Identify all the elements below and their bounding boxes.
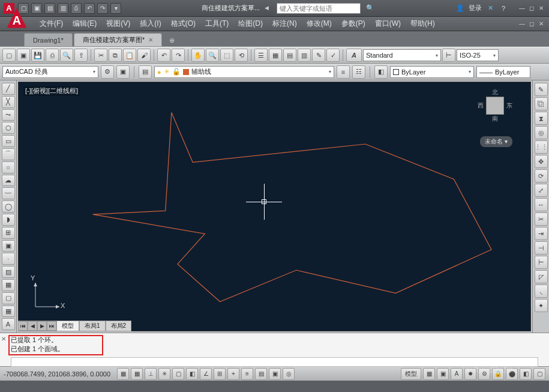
tb-zoom-rt-icon[interactable]: 🔍 xyxy=(206,49,219,62)
tb-qcalc-icon[interactable]: ✓ xyxy=(326,49,340,62)
tb-pan-icon[interactable]: ✋ xyxy=(191,49,205,62)
open-icon[interactable]: ▣ xyxy=(31,3,42,14)
move-icon[interactable]: ✥ xyxy=(535,155,548,168)
viewcube-north[interactable]: 北 xyxy=(478,88,512,97)
ellipse-icon[interactable]: ◯ xyxy=(2,201,15,213)
layer-state-icon[interactable]: ☷ xyxy=(352,65,365,79)
tb-save-icon[interactable]: 💾 xyxy=(31,49,44,62)
menu-insert[interactable]: 插入(I) xyxy=(135,17,166,31)
viewcube-west[interactable]: 西 xyxy=(478,101,484,110)
color-control-icon[interactable]: ◧ xyxy=(374,65,388,79)
tb-design-center-icon[interactable]: ▦ xyxy=(269,49,282,62)
array-icon[interactable]: ⋮⋮ xyxy=(535,140,548,154)
chamfer-icon[interactable]: ◸ xyxy=(535,270,548,283)
tb-new-icon[interactable]: ▢ xyxy=(2,49,16,62)
tb-print-icon[interactable]: ⎙ xyxy=(46,49,59,62)
line-icon[interactable]: ╱ xyxy=(2,83,15,95)
lt-prev-icon[interactable]: ◀ xyxy=(28,321,37,331)
sb-annoscale-icon[interactable]: A xyxy=(451,368,463,380)
viewport-label[interactable]: [-][俯视][二维线框] xyxy=(23,86,80,96)
undo-icon[interactable]: ↶ xyxy=(84,3,95,14)
search-icon[interactable]: 🔍 xyxy=(365,4,375,13)
fillet-icon[interactable]: ◟ xyxy=(535,285,548,298)
region-icon[interactable]: ▢ xyxy=(2,292,15,304)
trim-icon[interactable]: ✂ xyxy=(535,213,548,226)
menu-window[interactable]: 窗口(W) xyxy=(370,17,406,31)
ellipse-arc-icon[interactable]: ◗ xyxy=(2,214,15,226)
view-unnamed-badge[interactable]: 未命名 ▾ xyxy=(480,136,512,147)
scale-icon[interactable]: ⤢ xyxy=(535,184,548,197)
rotate-icon[interactable]: ⟳ xyxy=(535,169,548,182)
color-combo[interactable]: ByLayer ▾ xyxy=(390,66,474,78)
offset-icon[interactable]: ◎ xyxy=(535,126,548,139)
menu-draw[interactable]: 绘图(D) xyxy=(233,17,268,31)
layer-combo[interactable]: ● ☀ 🔓 辅助线 ▾ xyxy=(154,66,334,78)
sb-dyn-icon[interactable]: + xyxy=(227,368,239,380)
insert-block-icon[interactable]: ⊞ xyxy=(2,227,15,239)
menu-file[interactable]: 文件(F) xyxy=(35,17,68,31)
close-icon[interactable]: ✕ xyxy=(537,4,545,13)
doc-close-icon[interactable]: ✕ xyxy=(537,20,545,28)
sb-annovis-icon[interactable]: ✹ xyxy=(464,368,476,380)
sb-lock-ui-icon[interactable]: 🔒 xyxy=(492,368,504,380)
explode-icon[interactable]: ✦ xyxy=(535,299,548,312)
extend-icon[interactable]: ⇥ xyxy=(535,227,548,240)
workspace-save-icon[interactable]: ▣ xyxy=(116,65,130,79)
join-icon[interactable]: ⊢ xyxy=(535,256,548,269)
tb-open-icon[interactable]: ▣ xyxy=(17,49,30,62)
sb-model-button[interactable]: 模型 xyxy=(401,368,421,380)
lt-next-icon[interactable]: ▶ xyxy=(37,321,47,331)
menu-format[interactable]: 格式(O) xyxy=(166,17,200,31)
tb-zoom-prev-icon[interactable]: ⟲ xyxy=(235,49,248,62)
tb-matchprop-icon[interactable]: 🖌 xyxy=(137,49,151,62)
coordinates-readout[interactable]: -708068.7499, 201068.3896, 0.0000 xyxy=(4,370,115,378)
viewcube[interactable]: 北 西 东 南 xyxy=(478,88,512,123)
workspace-combo[interactable]: AutoCAD 经典▾ xyxy=(2,66,98,78)
lt-first-icon[interactable]: ⏮ xyxy=(18,321,28,331)
layer-manager-icon[interactable]: ▤ xyxy=(139,65,152,79)
menu-help[interactable]: 帮助(H) xyxy=(406,17,440,31)
tb-cut-icon[interactable]: ✂ xyxy=(94,49,107,62)
maximize-icon[interactable]: ◻ xyxy=(527,4,536,13)
sb-polar-icon[interactable]: ✳ xyxy=(158,368,170,380)
layout-tab-model[interactable]: 模型 xyxy=(56,321,79,331)
save-icon[interactable]: ▤ xyxy=(44,3,55,14)
sb-quickview-dwg-icon[interactable]: ▣ xyxy=(437,368,449,380)
app-logo-large[interactable]: A xyxy=(4,5,30,31)
viewcube-east[interactable]: 东 xyxy=(506,101,512,110)
doc-restore-icon[interactable]: ◻ xyxy=(527,20,536,28)
circle-icon[interactable]: ○ xyxy=(2,161,15,173)
cmd-close-icon[interactable]: ✕ xyxy=(1,336,8,343)
qat-more-icon[interactable]: ▾ xyxy=(110,3,121,14)
layout-tab-layout1[interactable]: 布局1 xyxy=(79,321,106,331)
gradient-icon[interactable]: ▦ xyxy=(2,279,15,291)
mtext-icon[interactable]: A xyxy=(2,318,15,330)
doctab-shangzhu[interactable]: 商住楼建筑方案草图* ✕ xyxy=(74,33,162,46)
tb-tool-palettes-icon[interactable]: ▤ xyxy=(283,49,296,62)
drawing-canvas[interactable]: [-][俯视][二维线框] X Y 北 西 xyxy=(18,82,531,331)
sb-snap-icon[interactable]: ▦ xyxy=(117,368,129,380)
polygon-icon[interactable]: ⬡ xyxy=(2,122,15,134)
sb-lwt-icon[interactable]: ≡ xyxy=(241,368,253,380)
menu-tools[interactable]: 工具(T) xyxy=(200,17,233,31)
sb-isolate-icon[interactable]: ◧ xyxy=(520,368,532,380)
login-link[interactable]: 登录 xyxy=(469,4,482,13)
nav-prev-icon[interactable]: ◀ xyxy=(265,5,272,12)
rectangle-icon[interactable]: ▭ xyxy=(2,135,15,147)
lt-last-icon[interactable]: ⏭ xyxy=(47,321,56,331)
tb-redo-icon[interactable]: ↷ xyxy=(172,49,185,62)
menu-edit[interactable]: 编辑(E) xyxy=(68,17,101,31)
mirror-icon[interactable]: ⧗ xyxy=(535,112,548,125)
plot-icon[interactable]: ⎙ xyxy=(71,3,82,14)
doctab-close-icon[interactable]: ✕ xyxy=(148,37,153,43)
text-style-combo[interactable]: Standard▾ xyxy=(363,49,441,61)
redo-icon[interactable]: ↷ xyxy=(97,3,108,14)
exchange-icon[interactable]: ✕ xyxy=(485,4,495,13)
linetype-combo[interactable]: —— ByLayer xyxy=(476,66,530,78)
sb-qp-icon[interactable]: ▣ xyxy=(269,368,281,380)
doctab-drawing1[interactable]: Drawing1* xyxy=(24,33,73,46)
tb-dimstyle-icon[interactable]: ⊢ xyxy=(442,49,455,62)
tb-paste-icon[interactable]: 📋 xyxy=(123,49,136,62)
menu-parameter[interactable]: 参数(P) xyxy=(337,17,370,31)
arc-icon[interactable]: ⌒ xyxy=(2,148,15,160)
